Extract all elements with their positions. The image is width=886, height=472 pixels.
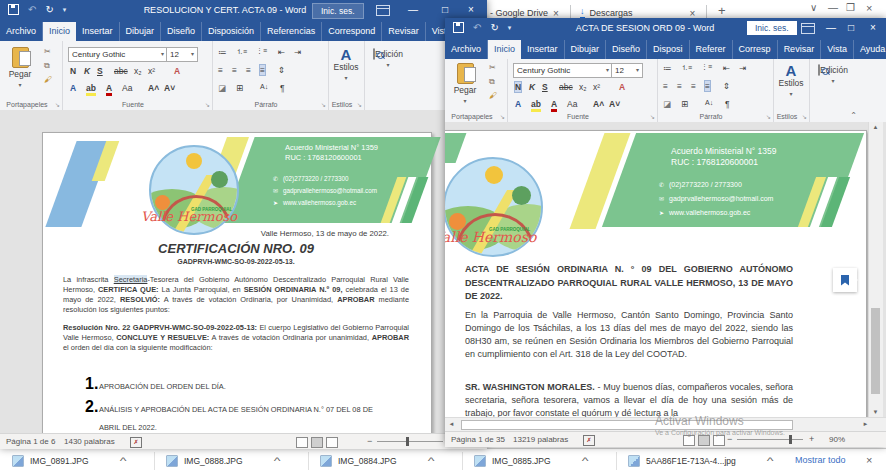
download-item[interactable]: IMG_0885.JPG ^: [466, 449, 587, 472]
ribbon-tab[interactable]: Inicio: [43, 22, 76, 41]
print-layout-icon[interactable]: [698, 435, 710, 446]
increase-indent-icon[interactable]: ⇥: [739, 63, 746, 73]
scroll-up-icon[interactable]: ▲: [869, 124, 882, 130]
font-name-box[interactable]: ▾ Century Gothic: [513, 63, 613, 78]
format-painter-icon[interactable]: 🖌: [489, 91, 497, 100]
line-spacing-icon[interactable]: ⇕: [723, 81, 730, 91]
scroll-down-icon[interactable]: ▼: [869, 409, 882, 415]
align-left-icon[interactable]: ≡: [663, 81, 668, 91]
read-mode-icon[interactable]: [296, 437, 308, 448]
show-all-downloads-link[interactable]: Mostrar todo: [795, 455, 846, 465]
ribbon-tab[interactable]: Dibujar: [565, 40, 607, 59]
decrease-indent-icon[interactable]: ⇤: [723, 63, 730, 73]
collapse-ribbon-icon[interactable]: ⌃: [850, 111, 857, 120]
zoom-slider[interactable]: [377, 441, 443, 442]
copy-icon[interactable]: ⧉: [489, 77, 495, 87]
strikethrough-button[interactable]: abc: [114, 66, 128, 76]
line-spacing-icon[interactable]: ⇕: [278, 65, 285, 75]
minimize-button[interactable]: —: [408, 4, 418, 15]
grow-font-icon[interactable]: A˄: [148, 83, 159, 93]
multilevel-list-icon[interactable]: ⋮≡: [256, 47, 267, 55]
font-color-icon[interactable]: A: [106, 83, 112, 96]
cut-icon[interactable]: ✂: [44, 47, 51, 56]
page-indicator[interactable]: Página 1 de 35: [451, 435, 505, 444]
vertical-scrollbar[interactable]: ▲ ▼: [868, 122, 883, 417]
ribbon-tab[interactable]: Dibujar: [120, 22, 162, 41]
web-layout-icon[interactable]: [713, 435, 725, 446]
close-button[interactable]: ×: [870, 22, 876, 33]
hyperlink-text[interactable]: Secretaria: [114, 275, 148, 284]
align-right-icon[interactable]: ≡: [246, 65, 251, 75]
ribbon-tab[interactable]: Archivo: [445, 40, 488, 59]
font-size-box[interactable]: ▾ 12: [611, 63, 643, 78]
zoom-percentage[interactable]: 90%: [829, 435, 845, 444]
copy-icon[interactable]: ⧉: [44, 61, 50, 71]
editing-button[interactable]: Edición ▾: [813, 65, 853, 85]
download-item[interactable]: IMG_0884.JPG ^: [312, 449, 433, 472]
styles-button[interactable]: A Estilos ▾: [330, 47, 362, 82]
underline-button[interactable]: S: [542, 82, 548, 92]
highlight-color-icon[interactable]: ab: [531, 99, 541, 112]
change-case-icon[interactable]: Aa: [567, 99, 577, 109]
cut-icon[interactable]: ✂: [489, 63, 496, 72]
browser-menu-icon[interactable]: ∨: [810, 2, 817, 13]
maximize-button[interactable]: □: [848, 22, 854, 33]
bold-button[interactable]: N: [70, 66, 76, 76]
text-effects-icon[interactable]: A: [515, 99, 521, 109]
zoom-slider-thumb[interactable]: [406, 437, 409, 446]
zoom-out-icon[interactable]: −: [727, 434, 732, 444]
ribbon-tab[interactable]: Revisar: [382, 22, 426, 41]
italic-button[interactable]: K: [84, 66, 90, 76]
numbering-icon[interactable]: ⒈≡: [236, 47, 247, 57]
pilcrow-icon[interactable]: ¶: [280, 83, 285, 93]
document-page[interactable]: Valle Hermoso GAD PARROQUIAL Acuerdo Min…: [42, 132, 432, 433]
bold-button[interactable]: N: [515, 82, 521, 92]
numbering-icon[interactable]: ⒈≡: [681, 63, 692, 73]
align-center-icon[interactable]: ≡: [232, 65, 237, 75]
chevron-up-icon[interactable]: ^: [581, 456, 588, 466]
redo-icon[interactable]: ↻: [45, 4, 53, 15]
dialog-launcher-icon[interactable]: ↘: [650, 113, 655, 120]
new-tab-button[interactable]: +: [718, 3, 726, 18]
ribbon-tab[interactable]: Ayuda: [854, 40, 886, 59]
chevron-up-icon[interactable]: ^: [427, 456, 434, 466]
paste-button[interactable]: Pegar ▾: [449, 63, 481, 105]
word-count[interactable]: 1430 palabras: [64, 437, 115, 446]
chevron-up-icon[interactable]: ^: [767, 456, 774, 466]
italic-button[interactable]: K: [529, 82, 535, 92]
shading-icon[interactable]: ◪: [663, 99, 671, 109]
ribbon-tab[interactable]: Correspond: [322, 22, 382, 41]
format-painter-icon[interactable]: 🖌: [44, 75, 52, 84]
download-item[interactable]: IMG_0888.JPG ^: [158, 449, 279, 472]
minimize-button[interactable]: —: [826, 22, 836, 33]
ribbon-display-options-icon[interactable]: [801, 23, 815, 34]
borders-icon[interactable]: ⊞: [236, 83, 243, 93]
close-downloads-bar-icon[interactable]: ×: [866, 454, 872, 466]
justify-icon[interactable]: ≡: [705, 81, 710, 91]
qat-customize-icon[interactable]: ▾: [508, 24, 512, 32]
styles-button[interactable]: A Estilos ▾: [775, 63, 807, 98]
download-item[interactable]: IMG_0891.JPG ^: [4, 449, 125, 472]
align-center-icon[interactable]: ≡: [677, 81, 682, 91]
justify-icon[interactable]: ≡: [260, 65, 265, 75]
chevron-up-icon[interactable]: ^: [273, 456, 280, 466]
browser-restore-button[interactable]: ❐: [846, 2, 855, 13]
pilcrow-icon[interactable]: ¶: [725, 99, 730, 109]
ribbon-tab[interactable]: Disposición: [202, 22, 261, 41]
web-layout-icon[interactable]: [326, 437, 338, 448]
grow-font-icon[interactable]: A˄: [593, 99, 604, 109]
download-item[interactable]: 5AA86F1E-713A-4...jpg ^: [620, 449, 772, 472]
shrink-font-icon[interactable]: A˅: [164, 83, 175, 93]
ribbon-tab[interactable]: Diseño: [606, 40, 647, 59]
bullets-icon[interactable]: ≔: [218, 47, 227, 57]
zoom-slider-thumb[interactable]: [789, 435, 792, 444]
editing-button[interactable]: Edición ▾: [368, 49, 408, 69]
scroll-right-icon[interactable]: ►: [859, 421, 872, 427]
superscript-button[interactable]: x²: [593, 82, 600, 92]
qat-customize-icon[interactable]: ▾: [63, 6, 67, 14]
ribbon-tab[interactable]: Disposi: [647, 40, 690, 59]
ribbon-tab[interactable]: Referencias: [261, 22, 322, 41]
save-icon[interactable]: [453, 22, 464, 33]
bullets-icon[interactable]: ≔: [663, 63, 672, 73]
strikethrough-button[interactable]: abc: [559, 82, 573, 92]
